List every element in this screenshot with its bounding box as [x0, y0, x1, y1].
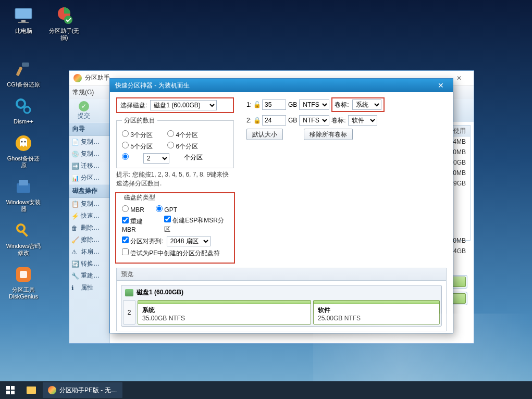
- start-button[interactable]: [0, 381, 21, 399]
- partition-row-2: 2: 🔒 GB NTFS 卷标: 软件: [246, 115, 385, 126]
- svg-rect-13: [21, 230, 28, 237]
- radio-custom[interactable]: [122, 153, 129, 164]
- fs-select-2[interactable]: NTFS: [299, 115, 329, 126]
- radio-6[interactable]: 6个分区: [167, 142, 198, 151]
- toolbar-submit[interactable]: ✓提交: [73, 101, 94, 120]
- preview-section: 预览 磁盘1 (60.00GB) 2 系统35.00GB NTFS 软件25.0…: [116, 268, 447, 331]
- diskop-item[interactable]: 🧹擦除…: [69, 234, 109, 246]
- menu-general[interactable]: 常规(G): [72, 88, 94, 97]
- diskop-item[interactable]: 🗑删除…: [69, 222, 109, 234]
- desktop-icon-win-pwd[interactable]: Windows密码修改: [5, 220, 42, 256]
- vol-label-select-1[interactable]: 系统: [352, 99, 381, 110]
- chk-align[interactable]: 分区对齐到:: [122, 236, 164, 246]
- wizard-item[interactable]: ➡️迁移…: [69, 160, 109, 172]
- wizard-item[interactable]: 📄复制…: [69, 136, 109, 148]
- svg-point-9: [24, 141, 26, 143]
- partition-count-legend: 分区的数目: [122, 116, 157, 125]
- svg-rect-3: [22, 63, 29, 67]
- computer-icon: [13, 5, 34, 26]
- copy-icon: 📋: [71, 201, 79, 208]
- lock-closed-icon[interactable]: 🔒: [254, 117, 260, 123]
- select-disk-dropdown[interactable]: 磁盘1 (60.00GB): [150, 100, 217, 110]
- select-disk-box: 选择磁盘: 磁盘1 (60.00GB): [116, 97, 234, 113]
- rebuild-icon: 🔧: [71, 272, 79, 280]
- radio-5[interactable]: 5个分区: [122, 142, 153, 151]
- taskbar-explorer[interactable]: [22, 382, 41, 398]
- vol-label-l: 卷标:: [335, 101, 349, 109]
- radio-gpt[interactable]: GPT: [156, 205, 177, 214]
- taskbar-app[interactable]: 分区助手PE版 - 无…: [43, 382, 122, 398]
- desktop-icon-this-pc[interactable]: 此电脑: [5, 5, 42, 34]
- partition-row-1: 1: 🔓 GB NTFS 卷标: 系统: [246, 97, 385, 112]
- vol-label-l: 卷标:: [331, 116, 345, 125]
- gb-label: GB: [288, 101, 297, 108]
- custom-count-select[interactable]: 2: [143, 153, 169, 164]
- wizard-section: 向导: [69, 122, 109, 136]
- dialog-title-bar[interactable]: 快速分区神器 - 为装机而生 ✕: [110, 79, 453, 92]
- radio-4[interactable]: 4个分区: [167, 130, 198, 140]
- disk-type-fieldset: 磁盘的类型 MBR GPT 重建MBR 创建ESP和MSR分区 分区对齐到: 2…: [116, 193, 234, 263]
- copy-icon: 📄: [71, 139, 79, 146]
- diskop-item[interactable]: 🔧重建…: [69, 270, 109, 282]
- app-icon: [73, 74, 82, 82]
- svg-rect-21: [11, 391, 15, 394]
- app-icon: [48, 386, 56, 394]
- fast-icon: ⚡: [71, 213, 79, 220]
- svg-point-12: [17, 225, 24, 232]
- key-icon: [13, 220, 34, 241]
- diskop-item[interactable]: ⚠坏扇…: [69, 246, 109, 258]
- chk-create-esp[interactable]: 创建ESP和MSR分区: [164, 216, 228, 234]
- desktop-icon-cgi-backup[interactable]: CGI备份还原: [5, 59, 42, 88]
- props-icon: ℹ: [71, 284, 79, 292]
- check-icon: ✓: [79, 101, 89, 111]
- desktop-icon-diskgenius[interactable]: 分区工具DiskGenius: [5, 264, 42, 300]
- svg-rect-1: [21, 20, 26, 22]
- radio-mbr[interactable]: MBR: [122, 205, 144, 214]
- svg-point-6: [24, 107, 30, 113]
- folder-icon: [27, 386, 36, 394]
- dialog-close-button[interactable]: ✕: [430, 79, 452, 92]
- preview-partition-2: 软件25.00GB NTFS: [313, 300, 440, 325]
- vol-label-select-2[interactable]: 软件: [348, 115, 377, 126]
- label-box-1: 卷标: 系统: [331, 97, 384, 112]
- desktop-icon-win-installer[interactable]: Windows安装器: [5, 177, 42, 213]
- svg-point-8: [21, 141, 23, 143]
- radio-3[interactable]: 3个分区: [122, 130, 153, 140]
- migrate-icon: ➡️: [71, 163, 79, 170]
- count-hint: 提示: 您能按1, 2, 3, 4, 5, 6, 7, 8, 9键来快速选择分区…: [116, 170, 234, 188]
- gears-icon: [13, 96, 34, 117]
- diskop-item[interactable]: 🔄转换…: [69, 258, 109, 270]
- disk-icon: [125, 289, 133, 296]
- select-disk-label: 选择磁盘:: [120, 101, 147, 110]
- remove-labels-button[interactable]: 移除所有卷标: [304, 129, 353, 140]
- svg-rect-20: [6, 391, 10, 394]
- fs-select-1[interactable]: NTFS: [299, 99, 329, 110]
- align-select[interactable]: 2048 扇区: [167, 236, 211, 246]
- preview-header: 预览: [116, 268, 447, 281]
- lock-open-icon[interactable]: 🔓: [254, 102, 260, 108]
- size-input-2[interactable]: [262, 115, 286, 126]
- diskop-item[interactable]: ⚡快速…: [69, 210, 109, 222]
- diskop-item[interactable]: 📋复制…: [69, 198, 109, 210]
- badsector-icon: ⚠: [71, 248, 79, 256]
- pie-check-icon: [54, 5, 75, 26]
- size-input-1[interactable]: [262, 99, 286, 110]
- desktop-icon-dism[interactable]: Dism++: [5, 96, 42, 125]
- desktop-icon-ghost[interactable]: Ghost备份还原: [5, 133, 42, 169]
- disk-index: 2: [123, 300, 135, 325]
- erase-icon: 🧹: [71, 236, 79, 244]
- main-title-text: 分区助手: [85, 73, 110, 82]
- default-size-button[interactable]: 默认大小: [246, 129, 283, 140]
- diskop-item[interactable]: ℹ属性: [69, 282, 109, 294]
- wizard-item[interactable]: 💿复制…: [69, 148, 109, 160]
- chk-rebuild-mbr[interactable]: 重建MBR: [122, 217, 156, 233]
- svg-rect-19: [11, 386, 15, 390]
- svg-rect-15: [20, 271, 27, 278]
- chk-pe-drive[interactable]: 尝试为PE中创建的分区分配盘符: [122, 248, 220, 258]
- desktop-icon-partition-assistant[interactable]: 分区助手(无损): [46, 5, 82, 41]
- disk-preview: 磁盘1 (60.00GB) 2 系统35.00GB NTFS 软件25.00GB…: [121, 285, 442, 327]
- quick-partition-dialog: 快速分区神器 - 为装机而生 ✕ 选择磁盘: 磁盘1 (60.00GB) 分区的…: [109, 78, 453, 333]
- disk-type-legend: 磁盘的类型: [122, 193, 157, 202]
- dialog-title-text: 快速分区神器 - 为装机而生: [115, 81, 430, 90]
- wizard-item[interactable]: 📊分区…: [69, 172, 109, 184]
